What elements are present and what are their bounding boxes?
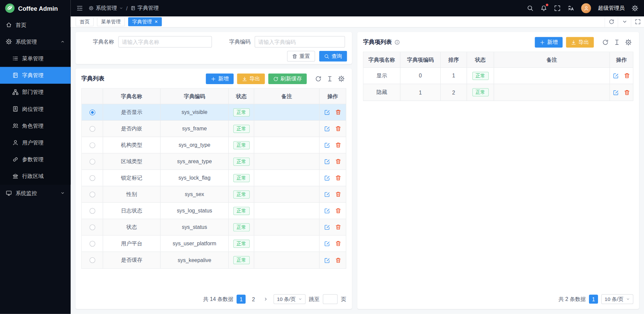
- sidebar-collapse-icon[interactable]: [76, 5, 83, 12]
- edit-icon[interactable]: [324, 191, 330, 197]
- fullscreen-icon[interactable]: [554, 5, 561, 12]
- row-radio-button[interactable]: [89, 126, 95, 131]
- column-settings-button[interactable]: [624, 37, 633, 47]
- table-row[interactable]: 是否显示 sys_visible 正常: [82, 104, 346, 121]
- sidebar-item-param-management[interactable]: 参数管理: [0, 151, 71, 168]
- dict-code-input[interactable]: [255, 36, 345, 48]
- edit-icon[interactable]: [324, 224, 330, 230]
- dict-name-input[interactable]: [118, 36, 212, 48]
- sidebar-item-department-management[interactable]: 部门管理: [0, 84, 71, 101]
- query-button[interactable]: 查询: [319, 51, 347, 62]
- row-radio-button[interactable]: [89, 208, 95, 213]
- edit-icon[interactable]: [324, 208, 330, 214]
- breadcrumb-root[interactable]: 系统管理: [89, 4, 123, 12]
- info-icon[interactable]: [394, 40, 400, 45]
- row-radio-button[interactable]: [89, 109, 95, 115]
- row-radio-button[interactable]: [89, 241, 95, 246]
- page-size-select[interactable]: 10 条/页: [274, 294, 306, 304]
- edit-icon[interactable]: [324, 241, 330, 247]
- sidebar-item-dict-management[interactable]: 字典管理: [0, 67, 71, 84]
- delete-icon[interactable]: [335, 191, 341, 197]
- delete-icon[interactable]: [335, 126, 341, 132]
- column-settings-button[interactable]: [336, 74, 346, 83]
- edit-icon[interactable]: [324, 142, 330, 148]
- sidebar-item-admin-region[interactable]: 行政区域: [0, 168, 71, 185]
- delete-icon[interactable]: [335, 175, 341, 181]
- row-radio-button[interactable]: [89, 175, 95, 181]
- tab-options-button[interactable]: [618, 16, 631, 27]
- edit-icon[interactable]: [324, 126, 330, 132]
- edit-icon[interactable]: [324, 257, 330, 263]
- refresh-cache-button[interactable]: 刷新缓存: [268, 73, 307, 84]
- sidebar-item-role-management[interactable]: 角色管理: [0, 117, 71, 134]
- delete-icon[interactable]: [335, 109, 341, 115]
- tab-menu-management[interactable]: 菜单管理: [97, 17, 125, 26]
- table-row[interactable]: 隐藏 1 2 正常: [364, 84, 633, 101]
- table-row[interactable]: 机构类型 sys_org_type 正常: [82, 137, 346, 153]
- edit-icon[interactable]: [613, 73, 619, 79]
- table-row[interactable]: 用户平台 sys_user_platform 正常: [82, 236, 346, 252]
- content-fullscreen-button[interactable]: [631, 16, 644, 27]
- delete-icon[interactable]: [335, 224, 341, 230]
- page-button-1[interactable]: 1: [236, 295, 246, 304]
- table-row[interactable]: 显示 0 1 正常: [364, 68, 633, 84]
- tab-home[interactable]: 首页: [75, 17, 94, 26]
- settings-gear-icon[interactable]: [632, 5, 638, 12]
- delete-icon[interactable]: [335, 241, 341, 247]
- table-row[interactable]: 区域类型 sys_area_type 正常: [82, 153, 346, 170]
- delete-icon[interactable]: [335, 159, 341, 165]
- sidebar-item-user-management[interactable]: 用户管理: [0, 134, 71, 151]
- reset-button[interactable]: 重置: [287, 51, 315, 62]
- add-dict-button[interactable]: 新增: [206, 73, 233, 84]
- edit-icon[interactable]: [324, 109, 330, 115]
- table-row[interactable]: 是否缓存 sys_keepalive 正常: [82, 252, 346, 268]
- export-dict-button[interactable]: 导出: [237, 73, 265, 84]
- table-row[interactable]: 状态 sys_status 正常: [82, 219, 346, 236]
- row-density-button[interactable]: [612, 37, 622, 47]
- page-button-1[interactable]: 1: [589, 295, 598, 304]
- next-page-button[interactable]: [261, 295, 270, 304]
- sidebar-item-home[interactable]: 首页: [0, 16, 71, 33]
- sidebar-item-label: 行政区域: [22, 173, 44, 180]
- table-row[interactable]: 是否内嵌 sys_frame 正常: [82, 121, 346, 137]
- app-logo[interactable]: Coffee Admin: [0, 0, 71, 16]
- delete-icon[interactable]: [624, 73, 630, 79]
- avatar[interactable]: [581, 3, 591, 13]
- refresh-tab-button[interactable]: [604, 16, 618, 27]
- dict-code-cell: sys_status: [161, 219, 229, 235]
- reload-table-button[interactable]: [313, 74, 323, 83]
- table-row[interactable]: 性别 sys_sex 正常: [82, 186, 346, 203]
- notifications-button[interactable]: [540, 5, 547, 12]
- table-row[interactable]: 锁定标记 sys_lock_flag 正常: [82, 170, 346, 186]
- delete-icon[interactable]: [335, 257, 341, 263]
- jump-page-input[interactable]: [323, 294, 337, 304]
- sidebar-item-menu-management[interactable]: 菜单管理: [0, 50, 71, 67]
- row-radio-button[interactable]: [89, 224, 95, 230]
- close-icon[interactable]: ✕: [154, 20, 158, 24]
- sidebar-item-system-monitor[interactable]: 系统监控: [0, 185, 71, 201]
- org-tree-icon: [12, 89, 18, 95]
- page-size-select[interactable]: 10 条/页: [601, 294, 633, 304]
- edit-icon[interactable]: [613, 89, 619, 95]
- row-radio-button[interactable]: [89, 257, 95, 263]
- delete-icon[interactable]: [624, 89, 630, 95]
- translate-icon[interactable]: [568, 5, 574, 12]
- sidebar-item-post-management[interactable]: 岗位管理: [0, 101, 71, 117]
- reload-table-button[interactable]: [600, 37, 610, 47]
- delete-icon[interactable]: [335, 208, 341, 214]
- edit-icon[interactable]: [324, 159, 330, 165]
- edit-icon[interactable]: [324, 175, 330, 181]
- row-radio-button[interactable]: [89, 142, 95, 148]
- row-density-button[interactable]: [325, 74, 335, 83]
- row-radio-button[interactable]: [89, 159, 95, 164]
- sidebar-item-system-management[interactable]: 系统管理: [0, 33, 71, 50]
- export-dict-items-button[interactable]: 导出: [566, 37, 594, 48]
- delete-icon[interactable]: [335, 142, 341, 148]
- row-radio-button[interactable]: [89, 191, 95, 197]
- search-icon[interactable]: [527, 5, 534, 12]
- username[interactable]: 超级管理员: [598, 4, 625, 12]
- page-button-2[interactable]: 2: [249, 295, 258, 304]
- table-row[interactable]: 日志状态 sys_log_status 正常: [82, 203, 346, 219]
- add-dict-item-button[interactable]: 新增: [535, 37, 562, 48]
- tab-dict-management[interactable]: 字典管理 ✕: [128, 17, 162, 26]
